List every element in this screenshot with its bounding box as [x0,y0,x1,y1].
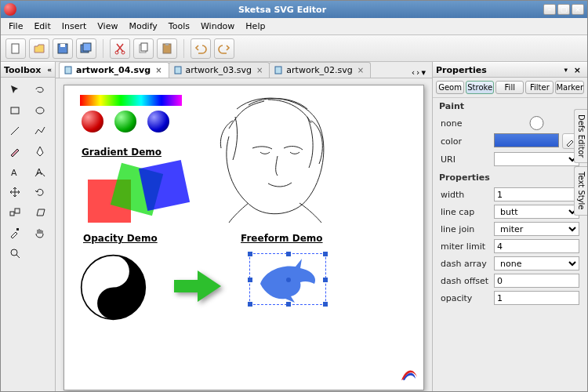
tab-stroke[interactable]: Stroke [466,81,494,94]
file-icon [174,66,183,74]
panel-close-icon[interactable]: × [574,65,581,75]
properties-panel: Properties ▾ × Geom Stroke Fill Filter M… [432,62,587,391]
width-input[interactable] [494,187,579,201]
svg-rect-4 [83,43,91,51]
svg-rect-2 [60,44,65,47]
yinyang-shape [80,254,147,321]
linecap-select[interactable]: butt [494,205,579,219]
miterlimit-input[interactable] [494,239,579,253]
red-sphere [82,111,103,132]
app-icon [4,3,16,16]
opacity-label: opacity [441,293,489,303]
polyline-tool[interactable] [29,122,51,140]
blue-sphere [147,111,169,132]
gradient-demo-label: Gradient Demo [82,147,162,158]
svg-point-26 [109,299,118,308]
tab-close-icon[interactable]: × [358,66,364,74]
tab-fill[interactable]: Fill [495,81,524,94]
width-label: width [441,190,489,200]
tab-geom[interactable]: Geom [436,81,464,94]
portrait-sketch [205,93,339,223]
dashoffset-input[interactable] [494,274,579,288]
stroke-color-swatch[interactable] [494,133,559,147]
menu-file[interactable]: File [4,20,27,33]
text-tool[interactable]: A [4,162,26,181]
properties-title: Properties [436,65,487,75]
close-button[interactable]: × [572,4,584,15]
paste-button[interactable] [157,38,177,59]
tab-artwork-03[interactable]: artwork_03.svg × [169,62,270,78]
tab-next-button[interactable]: › [416,67,419,78]
tab-menu-button[interactable]: ▾ [421,67,426,78]
collapse-icon[interactable]: « [47,66,52,74]
copy-button[interactable] [133,38,154,59]
side-tab-defs[interactable]: Defs Editor [574,109,587,163]
tab-close-icon[interactable]: × [256,66,263,74]
menu-insert[interactable]: Insert [57,20,92,33]
undo-button[interactable] [191,38,211,59]
eyedropper-tool[interactable] [4,223,26,242]
skew-tool[interactable] [29,203,51,222]
menu-edit[interactable]: Edit [29,20,55,33]
selection-box[interactable] [249,253,326,305]
canvas-area[interactable]: Gradient Demo Opacity Demo [56,78,432,391]
tab-filter[interactable]: Filter [525,81,554,94]
svg-rect-23 [275,67,281,74]
pen-tool[interactable] [29,142,51,161]
menu-tools[interactable]: Tools [164,20,194,33]
menu-view[interactable]: View [93,20,122,33]
svg-rect-18 [16,228,19,230]
rect-tool[interactable] [4,101,26,120]
panel-menu-icon[interactable]: ▾ [564,66,568,74]
save-button[interactable] [53,38,73,59]
rotate-tool[interactable] [29,183,51,201]
select-tool[interactable] [4,81,26,100]
new-button[interactable] [5,38,26,59]
open-button[interactable] [29,38,49,59]
linejoin-select[interactable]: miter [494,222,579,236]
pencil-tool[interactable] [4,142,26,161]
scale-tool[interactable] [4,203,26,222]
tab-close-icon[interactable]: × [155,66,162,74]
menu-window[interactable]: Window [196,20,239,33]
dasharray-select[interactable]: none [494,256,579,270]
hand-tool[interactable] [29,223,51,242]
menubar: File Edit Insert View Modify Tools Windo… [1,18,587,35]
zoom-tool[interactable] [4,244,26,263]
tab-artwork-04[interactable]: artwork_04.svg × [59,62,169,78]
ellipse-tool[interactable] [29,101,51,120]
tab-prev-button[interactable]: ‹ [412,67,415,78]
linejoin-label: line join [441,224,489,234]
opacity-demo-label: Opacity Demo [83,233,158,244]
svg-rect-8 [141,43,147,51]
tab-artwork-02[interactable]: artwork_02.svg × [269,62,371,78]
paint-none-radio[interactable] [494,116,579,130]
toolbox-header: Toolbox « [1,62,55,78]
cut-button[interactable] [110,38,130,59]
menu-modify[interactable]: Modify [124,20,162,33]
main-toolbar [1,35,587,62]
maximize-button[interactable]: ▢ [557,4,570,15]
tab-label: artwork_02.svg [286,65,352,75]
save-all-button[interactable] [76,38,96,59]
opacity-input[interactable] [494,291,579,305]
svg-rect-10 [165,43,169,45]
minimize-button[interactable]: – [543,4,556,15]
redo-button[interactable] [214,38,234,59]
paint-uri-select[interactable] [494,152,579,166]
svg-text:A: A [11,168,17,178]
move-tool[interactable] [4,183,26,201]
text-path-tool[interactable]: A [29,162,51,181]
green-arrow [170,266,225,305]
tab-label: artwork_03.svg [186,65,252,75]
line-tool[interactable] [4,122,26,140]
dasharray-label: dash array [441,259,489,269]
svg-canvas[interactable]: Gradient Demo Opacity Demo [64,85,424,390]
svg-rect-22 [175,67,181,74]
svg-line-13 [11,127,19,135]
side-tab-textstyle[interactable]: Text Style [574,166,587,216]
tab-marker[interactable]: Marker [555,81,584,94]
svg-rect-17 [15,209,20,213]
menu-help[interactable]: Help [241,20,270,33]
lasso-tool[interactable] [29,81,51,100]
